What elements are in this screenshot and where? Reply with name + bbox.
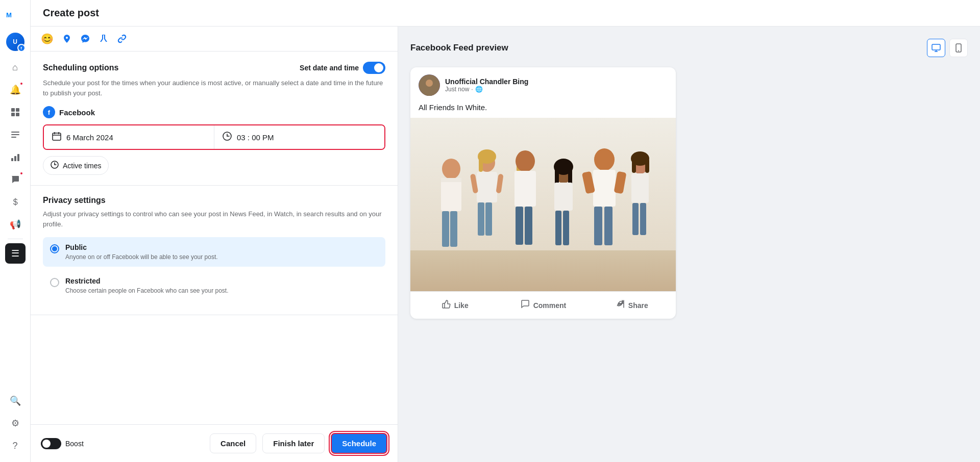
sidebar-item-help[interactable]: ? (5, 435, 26, 456)
svg-rect-51 (568, 167, 572, 185)
location-icon[interactable] (62, 34, 72, 44)
privacy-public-desc: Anyone on or off Facebook will be able t… (65, 253, 218, 261)
sidebar-item-home[interactable]: ⌂ (5, 57, 26, 78)
messenger-icon[interactable] (80, 34, 90, 44)
cancel-button[interactable]: Cancel (210, 433, 256, 453)
svg-rect-4 (16, 113, 19, 116)
sidebar-item-monetize[interactable]: ＄ (5, 192, 26, 212)
privacy-title-text: Privacy settings (43, 196, 106, 205)
time-value: 03 : 00 PM (237, 133, 274, 142)
separator: · (471, 86, 473, 93)
sidebar-item-inbox[interactable] (5, 124, 26, 145)
privacy-option-restricted[interactable]: Restricted Choose certain people on Face… (43, 271, 385, 300)
svg-rect-45 (514, 171, 536, 207)
page-title: Create post (43, 7, 968, 19)
date-time-toggle[interactable] (363, 62, 385, 74)
svg-rect-2 (16, 108, 19, 112)
post-text: All Friends In White. (410, 101, 676, 118)
desktop-icon[interactable] (927, 39, 945, 57)
toggle-container: Set date and time (300, 62, 385, 74)
finish-later-button[interactable]: Finish later (262, 433, 325, 453)
svg-point-25 (958, 50, 959, 52)
svg-rect-46 (516, 207, 523, 245)
svg-rect-50 (555, 167, 559, 185)
schedule-button[interactable]: Schedule (331, 433, 387, 454)
link-icon[interactable] (117, 34, 127, 44)
privacy-public-label: Public (65, 243, 218, 251)
share-label: Share (628, 301, 648, 310)
preview-header: Facebook Feed preview (410, 39, 968, 57)
left-panel: 😊 (31, 27, 398, 462)
comment-action[interactable]: Comment (499, 294, 587, 317)
privacy-option-public[interactable]: Public Anyone on or off Facebook will be… (43, 237, 385, 267)
svg-rect-63 (632, 159, 636, 173)
sidebar-item-ads[interactable]: 📢 (5, 214, 26, 235)
svg-rect-54 (563, 211, 569, 245)
share-action[interactable]: Share (587, 294, 676, 317)
like-action[interactable]: Like (410, 294, 499, 317)
privacy-title: Privacy settings (43, 196, 385, 205)
svg-rect-11 (53, 133, 61, 140)
post-meta: Just now · 🌐 (445, 86, 528, 93)
notification-dot (19, 82, 23, 86)
svg-rect-64 (645, 159, 649, 173)
date-value: 6 March 2024 (66, 133, 113, 142)
svg-rect-1 (11, 108, 15, 112)
post-image (410, 118, 676, 291)
emoji-icon[interactable]: 😊 (41, 33, 54, 45)
scheduling-section: Scheduling options Set date and time Sch… (31, 52, 398, 186)
svg-rect-9 (14, 156, 16, 161)
comment-label: Comment (533, 301, 567, 310)
svg-rect-29 (410, 250, 676, 291)
svg-text:M: M (6, 11, 12, 19)
sidebar-item-tools[interactable]: ☰ (5, 243, 26, 264)
post-card: Unofficial Chandler Bing Just now · 🌐 Al… (410, 67, 676, 319)
svg-rect-6 (11, 134, 19, 135)
privacy-restricted-label: Restricted (65, 277, 229, 285)
sidebar-item-settings[interactable]: ⚙ (5, 413, 26, 433)
sidebar-item-analytics[interactable] (5, 147, 26, 167)
svg-rect-37 (479, 157, 483, 172)
svg-point-30 (442, 159, 460, 179)
time-field[interactable]: 03 : 00 PM (214, 125, 384, 149)
active-times-button[interactable]: Active times (43, 156, 109, 175)
post-card-header: Unofficial Chandler Bing Just now · 🌐 (410, 67, 676, 101)
privacy-desc: Adjust your privacy settings to control … (43, 209, 385, 229)
preview-title: Facebook Feed preview (410, 43, 508, 53)
svg-rect-3 (11, 113, 15, 116)
experiment-icon[interactable] (99, 34, 109, 44)
sidebar-divider (8, 239, 23, 239)
date-field[interactable]: 6 March 2024 (44, 125, 214, 149)
like-icon (441, 299, 451, 312)
svg-rect-56 (593, 170, 616, 207)
scheduling-desc: Schedule your post for the times when yo… (43, 78, 385, 98)
right-panel: Facebook Feed preview (398, 27, 980, 462)
svg-rect-8 (11, 158, 13, 161)
svg-rect-5 (11, 132, 19, 133)
svg-rect-65 (631, 173, 649, 203)
sidebar-item-planner[interactable] (5, 102, 26, 122)
sidebar-item-notifications[interactable]: 🔔 (5, 80, 26, 100)
post-author-name: Unofficial Chandler Bing (445, 78, 528, 86)
fb-badge: f (17, 44, 26, 52)
user-avatar[interactable]: U f (6, 33, 24, 51)
platform-label: f Facebook (43, 106, 385, 118)
device-icons (927, 39, 968, 57)
svg-rect-10 (17, 154, 19, 161)
meta-logo: M (6, 6, 24, 24)
clock-dark-icon (51, 161, 59, 170)
svg-rect-7 (11, 137, 16, 138)
svg-rect-34 (450, 211, 457, 247)
mobile-icon[interactable] (949, 39, 968, 57)
comment-icon (520, 299, 530, 312)
page-header: Create post (31, 0, 980, 27)
radio-public (50, 244, 59, 253)
boost-toggle-switch[interactable] (41, 438, 61, 449)
sidebar-item-search[interactable]: 🔍 (5, 391, 26, 411)
active-times-label: Active times (63, 162, 101, 170)
privacy-section: Privacy settings Adjust your privacy set… (31, 186, 398, 315)
post-timestamp: Just now (445, 86, 469, 93)
svg-rect-41 (485, 202, 492, 236)
sidebar-item-comments[interactable] (5, 169, 26, 190)
boost-label: Boost (65, 440, 84, 448)
